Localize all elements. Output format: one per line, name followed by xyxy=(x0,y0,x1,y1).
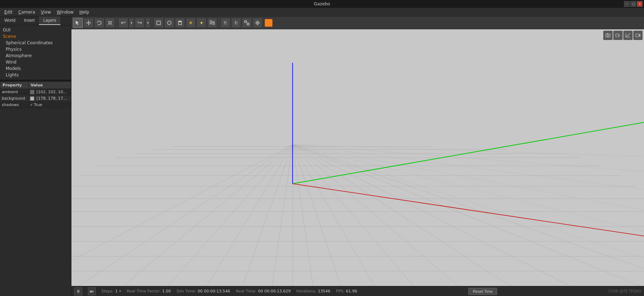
redo-dropdown-button[interactable]: ▾ xyxy=(145,18,150,28)
titlebar: Gazebo ─ □ ✕ xyxy=(0,0,644,8)
real-time-value: 00 00:00:13.629 xyxy=(258,289,290,294)
restore-button[interactable]: □ xyxy=(630,1,636,7)
pause-button[interactable]: ⏸ xyxy=(74,287,82,295)
watermark: CSDN @TE TEQAQ xyxy=(608,289,641,293)
cylinder-tool-button[interactable] xyxy=(175,18,185,28)
copy-button[interactable]: ⎘ xyxy=(220,18,230,28)
undo-dropdown-button[interactable]: ▾ xyxy=(129,18,134,28)
mesh-tool-button[interactable] xyxy=(207,18,217,28)
prop-header-value: Value xyxy=(28,82,71,89)
steps-item: Steps: 1 ▾ xyxy=(101,289,121,294)
svg-marker-3 xyxy=(88,24,89,25)
menu-camera[interactable]: Camera xyxy=(15,9,38,15)
tree-item-atmosphere[interactable]: Atmosphere xyxy=(0,52,71,59)
translate-tool-button[interactable] xyxy=(84,18,94,28)
svg-marker-4 xyxy=(86,22,87,23)
prop-header-property: Property xyxy=(0,82,29,89)
ambient-color-swatch xyxy=(30,90,34,94)
video-button[interactable] xyxy=(633,31,643,40)
menu-window[interactable]: Window xyxy=(54,9,76,15)
minimize-button[interactable]: ─ xyxy=(624,1,630,7)
svg-marker-6 xyxy=(98,24,99,25)
tab-layers[interactable]: Layers xyxy=(39,16,60,25)
prop-ambient-value[interactable]: [102, 102, 10... xyxy=(28,89,71,95)
prop-background-value[interactable]: [178, 178, 17... xyxy=(28,95,71,102)
svg-line-16 xyxy=(210,20,215,22)
step-button[interactable]: ⏭ xyxy=(88,287,96,295)
toolbar-separator-3 xyxy=(219,19,219,27)
close-button[interactable]: ✕ xyxy=(637,1,643,7)
align-button[interactable] xyxy=(253,18,263,28)
real-time-label: Real Time: xyxy=(236,289,257,294)
tree-item-physics[interactable]: Physics xyxy=(0,46,71,52)
real-time-item: Real Time: 00 00:00:13.629 xyxy=(236,289,291,294)
window-controls: ─ □ ✕ xyxy=(624,0,643,8)
menu-edit[interactable]: Edit xyxy=(1,9,15,15)
svg-rect-12 xyxy=(157,21,160,25)
property-table: Property Value ambient [102, 102, 10... … xyxy=(0,81,71,108)
screenshot-button[interactable] xyxy=(603,31,613,40)
scene-viewport xyxy=(71,29,644,286)
iterations-label: Iterations: xyxy=(296,289,316,294)
prop-background-key: background xyxy=(0,95,29,102)
svg-rect-24 xyxy=(247,23,249,25)
box-tool-button[interactable] xyxy=(154,18,164,28)
svg-marker-77 xyxy=(619,35,620,36)
sim-time-item: Sim Time: 00 00:00:13.546 xyxy=(176,289,230,294)
pointlight-tool-button[interactable]: ✦ xyxy=(196,18,206,28)
menu-view[interactable]: View xyxy=(38,9,54,15)
redo-button[interactable]: ↪ xyxy=(135,18,145,28)
property-panel: Property Value ambient [102, 102, 10... … xyxy=(0,81,71,296)
steps-value: 1 xyxy=(115,289,118,294)
svg-rect-76 xyxy=(616,34,619,37)
svg-rect-73 xyxy=(606,34,610,37)
tree-item-scene[interactable]: Scene xyxy=(0,33,71,40)
reset-time-button[interactable]: Reset Time xyxy=(468,288,498,295)
paste-button[interactable]: ⎗ xyxy=(231,18,241,28)
main-layout: World Insert Layers GUI Scene Spherical … xyxy=(0,16,644,296)
tree-item-gui[interactable]: GUI xyxy=(0,27,71,33)
viewport-canvas[interactable] xyxy=(71,29,644,286)
tab-insert[interactable]: Insert xyxy=(20,16,39,25)
sun-tool-button[interactable]: ☀ xyxy=(186,18,196,28)
scale-tool-button[interactable] xyxy=(105,18,115,28)
tree-item-wind[interactable]: Wind xyxy=(0,59,71,65)
fps-label: FPS: xyxy=(336,289,345,294)
svg-marker-5 xyxy=(90,22,91,23)
svg-line-11 xyxy=(111,24,112,25)
prop-shadows-key: shadows xyxy=(0,102,29,108)
app-title: Gazebo xyxy=(314,1,330,6)
tab-world[interactable]: World xyxy=(0,16,20,25)
rtf-value: 1.00 xyxy=(162,289,171,294)
viewport-area: ↩ ▾ ↪ ▾ ☀ ✦ xyxy=(71,16,644,296)
rotate-tool-button[interactable] xyxy=(94,18,104,28)
plot-button[interactable] xyxy=(623,31,633,40)
prop-shadows-value[interactable]: ✓ True xyxy=(28,102,71,108)
prop-ambient-key: ambient xyxy=(0,89,29,95)
tree-item-models[interactable]: Models xyxy=(0,65,71,72)
menu-help[interactable]: Help xyxy=(76,9,92,15)
active-indicator-button[interactable] xyxy=(265,19,273,27)
iterations-value: 13546 xyxy=(318,289,330,294)
tree-item-lights[interactable]: Lights xyxy=(0,72,71,78)
tab-row: World Insert Layers xyxy=(0,16,71,25)
svg-point-13 xyxy=(168,21,171,25)
sphere-tool-button[interactable] xyxy=(164,18,174,28)
tree-item-spherical[interactable]: Spherical Coordinates xyxy=(0,40,71,46)
statusbar: ⏸ ⏭ Steps: 1 ▾ Real Time Factor: 1.00 Si… xyxy=(71,286,644,296)
menubar: Edit Camera View Window Help xyxy=(0,8,644,16)
rtf-label: Real Time Factor: xyxy=(127,289,161,294)
iterations-item: Iterations: 13546 xyxy=(296,289,330,294)
record-button[interactable] xyxy=(613,31,623,40)
sim-time-label: Sim Time: xyxy=(176,289,196,294)
svg-marker-81 xyxy=(639,34,640,36)
svg-rect-7 xyxy=(109,22,111,24)
svg-point-74 xyxy=(607,35,609,36)
undo-button[interactable]: ↩ xyxy=(118,18,128,28)
toolbar: ↩ ▾ ↪ ▾ ☀ ✦ xyxy=(71,16,644,29)
snap-button[interactable] xyxy=(242,18,252,28)
select-tool-button[interactable] xyxy=(73,18,83,28)
steps-dropdown[interactable]: ▾ xyxy=(119,289,121,294)
real-time-factor-item: Real Time Factor: 1.00 xyxy=(127,289,171,294)
viewport-right-tools xyxy=(603,31,643,40)
